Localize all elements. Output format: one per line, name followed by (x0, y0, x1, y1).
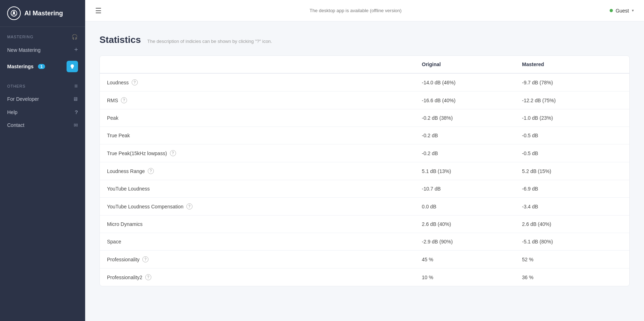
topbar-left: ☰ (95, 6, 102, 15)
chevron-down-icon: ▾ (632, 8, 634, 13)
help-icon[interactable]: ? (186, 203, 192, 209)
row-mastered-value: 36 % (522, 275, 622, 280)
page-title: Statistics (99, 34, 141, 45)
table-row: True Peak(15kHz lowpass)?-0.2 dB-0.5 dB (100, 144, 629, 162)
row-label: Peak (107, 115, 422, 121)
row-label: YouTube Loudness (107, 186, 422, 192)
table-row: Loudness Range?5.1 dB (13%)5.2 dB (15%) (100, 162, 629, 180)
row-mastered-value: -0.5 dB (522, 150, 622, 156)
table-row: Peak-0.2 dB (38%)-1.0 dB (23%) (100, 109, 629, 127)
row-label-text: Loudness Range (107, 168, 145, 174)
row-original-value: 2.6 dB (40%) (422, 221, 522, 227)
row-original-value: -0.2 dB (422, 150, 522, 156)
row-mastered-value: -1.0 dB (23%) (522, 115, 622, 121)
topbar-center-message: The desktop app is available (offline ve… (309, 8, 401, 13)
row-label-text: Loudness (107, 80, 129, 85)
row-label: RMS? (107, 97, 422, 103)
row-label: Loudness? (107, 79, 422, 85)
content-area: Statistics The description of indicies c… (85, 21, 644, 321)
row-label-text: True Peak(15kHz lowpass) (107, 150, 167, 156)
table-row: YouTube Loudness-10.7 dB-6.9 dB (100, 180, 629, 198)
main-wrapper: ☰ The desktop app is available (offline … (85, 0, 644, 321)
table-row: Professionality2?10 %36 % (100, 268, 629, 286)
table-row: Loudness?-14.0 dB (46%)-9.7 dB (78%) (100, 74, 629, 92)
topbar: ☰ The desktop app is available (offline … (85, 0, 644, 21)
row-original-value: -14.0 dB (46%) (422, 80, 522, 85)
guest-label: Guest (616, 8, 629, 14)
sidebar-item-new-mastering[interactable]: New Mastering + (0, 43, 85, 57)
row-label-text: YouTube Loudness (107, 186, 150, 192)
row-mastered-value: -0.5 dB (522, 133, 622, 138)
svg-rect-1 (72, 68, 73, 69)
help-icon[interactable]: ? (145, 274, 151, 280)
row-mastered-value: -3.4 dB (522, 204, 622, 209)
row-mastered-value: -9.7 dB (78%) (522, 80, 622, 85)
row-label-text: Space (107, 239, 121, 245)
row-label: Space (107, 239, 422, 245)
help-icon[interactable]: ? (121, 97, 127, 103)
masterings-left: Masterings 1 (7, 64, 45, 69)
row-label-text: Micro Dynamics (107, 221, 143, 227)
row-label-text: YouTube Loudness Compensation (107, 204, 184, 209)
help-icon[interactable]: ? (148, 168, 154, 174)
sidebar-item-masterings[interactable]: Masterings 1 (0, 57, 85, 76)
sidebar-item-contact[interactable]: Contact ✉ (0, 119, 85, 132)
masterings-active-icon (67, 61, 78, 72)
headphone-icon: 🎧 (72, 34, 78, 40)
row-label: Professionality2? (107, 274, 422, 280)
row-original-value: -16.6 dB (40%) (422, 98, 522, 103)
hamburger-icon[interactable]: ☰ (95, 6, 102, 15)
statistics-table: Original Mastered Loudness?-14.0 dB (46%… (99, 55, 630, 286)
page-subtitle: The description of indicies can be shown… (147, 39, 272, 44)
monitor-icon: 🖥 (73, 96, 78, 102)
logo-text: AI Mastering (24, 10, 63, 17)
page-header: Statistics The description of indicies c… (99, 34, 630, 45)
sidebar: AI Mastering MASTERING 🎧 New Mastering +… (0, 0, 85, 321)
help-icon[interactable]: ? (142, 256, 148, 262)
row-mastered-value: 52 % (522, 257, 622, 262)
row-original-value: -0.2 dB (422, 133, 522, 138)
col-header-original: Original (422, 61, 522, 67)
row-mastered-value: 5.2 dB (15%) (522, 168, 622, 174)
row-label: Professionality? (107, 256, 422, 262)
help-icon[interactable]: ? (170, 150, 176, 156)
logo-icon (7, 6, 21, 20)
row-original-value: 5.1 dB (13%) (422, 168, 522, 174)
online-status-dot (610, 9, 613, 12)
sidebar-item-for-developer[interactable]: For Developer 🖥 (0, 92, 85, 105)
row-label-text: RMS (107, 98, 118, 103)
row-label-text: True Peak (107, 133, 130, 138)
row-mastered-value: -6.9 dB (522, 186, 622, 192)
help-icon[interactable]: ? (132, 79, 138, 85)
row-label: True Peak (107, 133, 422, 138)
sidebar-item-help[interactable]: Help ? (0, 105, 85, 119)
col-header-label (107, 61, 422, 67)
row-original-value: -2.9 dB (90%) (422, 239, 522, 245)
question-icon: ? (75, 109, 78, 115)
row-label-text: Professionality2 (107, 275, 142, 280)
table-row: YouTube Loudness Compensation?0.0 dB-3.4… (100, 198, 629, 216)
table-row: RMS?-16.6 dB (40%)-12.2 dB (75%) (100, 92, 629, 109)
row-label: Loudness Range? (107, 168, 422, 174)
table-row: Micro Dynamics2.6 dB (40%)2.6 dB (40%) (100, 216, 629, 233)
add-icon: + (74, 46, 78, 54)
table-row: True Peak-0.2 dB-0.5 dB (100, 127, 629, 144)
table-body: Loudness?-14.0 dB (46%)-9.7 dB (78%)RMS?… (100, 74, 629, 286)
row-label-text: Professionality (107, 257, 140, 262)
row-original-value: 45 % (422, 257, 522, 262)
col-header-mastered: Mastered (522, 61, 622, 67)
row-label: True Peak(15kHz lowpass)? (107, 150, 422, 156)
row-original-value: -0.2 dB (38%) (422, 115, 522, 121)
topbar-user-menu[interactable]: Guest ▾ (610, 8, 634, 14)
row-label-text: Peak (107, 115, 118, 121)
row-mastered-value: -12.2 dB (75%) (522, 98, 622, 103)
email-icon: ✉ (74, 122, 78, 128)
row-mastered-value: -5.1 dB (80%) (522, 239, 622, 245)
row-original-value: 0.0 dB (422, 204, 522, 209)
row-label: YouTube Loudness Compensation? (107, 203, 422, 209)
table-header: Original Mastered (100, 56, 629, 74)
masterings-count-badge: 1 (38, 64, 45, 69)
row-label: Micro Dynamics (107, 221, 422, 227)
list-icon: ≡ (74, 83, 78, 89)
row-original-value: 10 % (422, 275, 522, 280)
